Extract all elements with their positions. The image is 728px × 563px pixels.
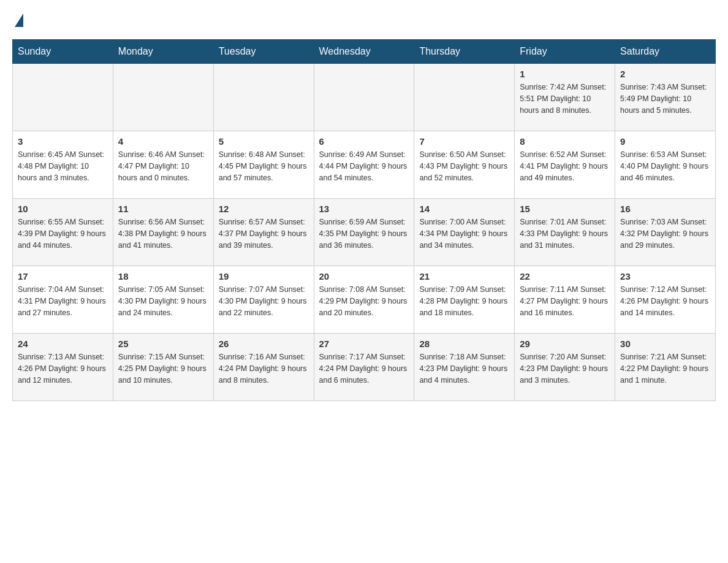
day-cell: 24Sunrise: 7:13 AM Sunset: 4:26 PM Dayli… (13, 334, 113, 401)
day-info: Sunrise: 7:16 AM Sunset: 4:24 PM Dayligh… (219, 351, 309, 386)
day-info: Sunrise: 6:55 AM Sunset: 4:39 PM Dayligh… (18, 216, 108, 251)
day-number: 23 (620, 271, 710, 282)
week-row-0: 1Sunrise: 7:42 AM Sunset: 5:51 PM Daylig… (13, 64, 716, 131)
day-cell: 26Sunrise: 7:16 AM Sunset: 4:24 PM Dayli… (213, 334, 314, 401)
day-cell: 22Sunrise: 7:11 AM Sunset: 4:27 PM Dayli… (515, 266, 615, 334)
day-info: Sunrise: 7:43 AM Sunset: 5:49 PM Dayligh… (620, 82, 710, 116)
day-info: Sunrise: 6:57 AM Sunset: 4:37 PM Dayligh… (219, 216, 309, 251)
day-cell: 11Sunrise: 6:56 AM Sunset: 4:38 PM Dayli… (113, 199, 213, 266)
day-number: 4 (118, 136, 208, 147)
day-info: Sunrise: 6:50 AM Sunset: 4:43 PM Dayligh… (419, 149, 509, 183)
day-number: 18 (118, 271, 208, 282)
day-number: 6 (319, 136, 409, 147)
day-info: Sunrise: 7:07 AM Sunset: 4:30 PM Dayligh… (219, 284, 309, 318)
day-cell: 6Sunrise: 6:49 AM Sunset: 4:44 PM Daylig… (314, 131, 414, 199)
day-cell (113, 64, 213, 131)
day-info: Sunrise: 7:11 AM Sunset: 4:27 PM Dayligh… (520, 284, 610, 318)
day-number: 19 (219, 271, 309, 282)
day-cell: 7Sunrise: 6:50 AM Sunset: 4:43 PM Daylig… (414, 131, 515, 199)
day-cell: 3Sunrise: 6:45 AM Sunset: 4:48 PM Daylig… (13, 131, 113, 199)
day-info: Sunrise: 7:09 AM Sunset: 4:28 PM Dayligh… (419, 284, 509, 318)
calendar-header-row: SundayMondayTuesdayWednesdayThursdayFrid… (13, 40, 716, 64)
day-number: 15 (520, 204, 610, 214)
day-cell: 28Sunrise: 7:18 AM Sunset: 4:23 PM Dayli… (414, 334, 515, 401)
day-number: 3 (18, 136, 108, 147)
day-cell: 27Sunrise: 7:17 AM Sunset: 4:24 PM Dayli… (314, 334, 414, 401)
page-header (12, 12, 716, 27)
day-number: 8 (520, 136, 610, 147)
day-cell: 17Sunrise: 7:04 AM Sunset: 4:31 PM Dayli… (13, 266, 113, 334)
day-number: 9 (620, 136, 710, 147)
day-cell: 1Sunrise: 7:42 AM Sunset: 5:51 PM Daylig… (515, 64, 615, 131)
day-number: 26 (219, 339, 309, 349)
day-number: 2 (620, 69, 710, 79)
day-info: Sunrise: 6:56 AM Sunset: 4:38 PM Dayligh… (118, 216, 208, 251)
day-info: Sunrise: 7:08 AM Sunset: 4:29 PM Dayligh… (319, 284, 409, 318)
day-number: 21 (419, 271, 509, 282)
day-info: Sunrise: 7:21 AM Sunset: 4:22 PM Dayligh… (620, 351, 710, 386)
day-info: Sunrise: 6:46 AM Sunset: 4:47 PM Dayligh… (118, 149, 208, 183)
day-cell: 15Sunrise: 7:01 AM Sunset: 4:33 PM Dayli… (515, 199, 615, 266)
day-info: Sunrise: 7:05 AM Sunset: 4:30 PM Dayligh… (118, 284, 208, 318)
day-number: 10 (18, 204, 108, 214)
day-cell: 20Sunrise: 7:08 AM Sunset: 4:29 PM Dayli… (314, 266, 414, 334)
day-cell: 8Sunrise: 6:52 AM Sunset: 4:41 PM Daylig… (515, 131, 615, 199)
day-number: 20 (319, 271, 409, 282)
week-row-3: 17Sunrise: 7:04 AM Sunset: 4:31 PM Dayli… (13, 266, 716, 334)
day-info: Sunrise: 7:17 AM Sunset: 4:24 PM Dayligh… (319, 351, 409, 386)
header-friday: Friday (515, 40, 615, 64)
day-number: 13 (319, 204, 409, 214)
day-number: 16 (620, 204, 710, 214)
day-cell: 29Sunrise: 7:20 AM Sunset: 4:23 PM Dayli… (515, 334, 615, 401)
day-cell: 14Sunrise: 7:00 AM Sunset: 4:34 PM Dayli… (414, 199, 515, 266)
day-info: Sunrise: 7:01 AM Sunset: 4:33 PM Dayligh… (520, 216, 610, 251)
logo (12, 12, 23, 27)
day-cell: 18Sunrise: 7:05 AM Sunset: 4:30 PM Dayli… (113, 266, 213, 334)
day-number: 30 (620, 339, 710, 349)
week-row-2: 10Sunrise: 6:55 AM Sunset: 4:39 PM Dayli… (13, 199, 716, 266)
day-info: Sunrise: 7:03 AM Sunset: 4:32 PM Dayligh… (620, 216, 710, 251)
day-cell: 10Sunrise: 6:55 AM Sunset: 4:39 PM Dayli… (13, 199, 113, 266)
header-wednesday: Wednesday (314, 40, 414, 64)
day-number: 7 (419, 136, 509, 147)
day-cell: 16Sunrise: 7:03 AM Sunset: 4:32 PM Dayli… (615, 199, 716, 266)
header-tuesday: Tuesday (213, 40, 314, 64)
logo-triangle-icon (15, 13, 23, 27)
day-cell: 19Sunrise: 7:07 AM Sunset: 4:30 PM Dayli… (213, 266, 314, 334)
header-monday: Monday (113, 40, 213, 64)
day-number: 1 (520, 69, 610, 79)
day-number: 29 (520, 339, 610, 349)
week-row-1: 3Sunrise: 6:45 AM Sunset: 4:48 PM Daylig… (13, 131, 716, 199)
day-cell: 23Sunrise: 7:12 AM Sunset: 4:26 PM Dayli… (615, 266, 716, 334)
calendar-table: SundayMondayTuesdayWednesdayThursdayFrid… (12, 39, 716, 401)
day-info: Sunrise: 6:59 AM Sunset: 4:35 PM Dayligh… (319, 216, 409, 251)
day-info: Sunrise: 7:18 AM Sunset: 4:23 PM Dayligh… (419, 351, 509, 386)
day-cell: 5Sunrise: 6:48 AM Sunset: 4:45 PM Daylig… (213, 131, 314, 199)
day-number: 12 (219, 204, 309, 214)
day-info: Sunrise: 7:15 AM Sunset: 4:25 PM Dayligh… (118, 351, 208, 386)
day-number: 25 (118, 339, 208, 349)
day-info: Sunrise: 6:53 AM Sunset: 4:40 PM Dayligh… (620, 149, 710, 183)
day-cell: 30Sunrise: 7:21 AM Sunset: 4:22 PM Dayli… (615, 334, 716, 401)
day-info: Sunrise: 7:42 AM Sunset: 5:51 PM Dayligh… (520, 82, 610, 116)
day-cell: 4Sunrise: 6:46 AM Sunset: 4:47 PM Daylig… (113, 131, 213, 199)
day-number: 27 (319, 339, 409, 349)
day-number: 28 (419, 339, 509, 349)
day-cell: 2Sunrise: 7:43 AM Sunset: 5:49 PM Daylig… (615, 64, 716, 131)
day-cell (314, 64, 414, 131)
day-cell (13, 64, 113, 131)
day-info: Sunrise: 6:49 AM Sunset: 4:44 PM Dayligh… (319, 149, 409, 183)
day-cell: 13Sunrise: 6:59 AM Sunset: 4:35 PM Dayli… (314, 199, 414, 266)
day-cell: 21Sunrise: 7:09 AM Sunset: 4:28 PM Dayli… (414, 266, 515, 334)
day-info: Sunrise: 6:45 AM Sunset: 4:48 PM Dayligh… (18, 149, 108, 183)
day-info: Sunrise: 6:52 AM Sunset: 4:41 PM Dayligh… (520, 149, 610, 183)
day-info: Sunrise: 7:04 AM Sunset: 4:31 PM Dayligh… (18, 284, 108, 318)
day-info: Sunrise: 7:20 AM Sunset: 4:23 PM Dayligh… (520, 351, 610, 386)
day-cell: 9Sunrise: 6:53 AM Sunset: 4:40 PM Daylig… (615, 131, 716, 199)
day-number: 11 (118, 204, 208, 214)
day-number: 17 (18, 271, 108, 282)
header-sunday: Sunday (13, 40, 113, 64)
day-number: 14 (419, 204, 509, 214)
day-cell (213, 64, 314, 131)
day-number: 24 (18, 339, 108, 349)
